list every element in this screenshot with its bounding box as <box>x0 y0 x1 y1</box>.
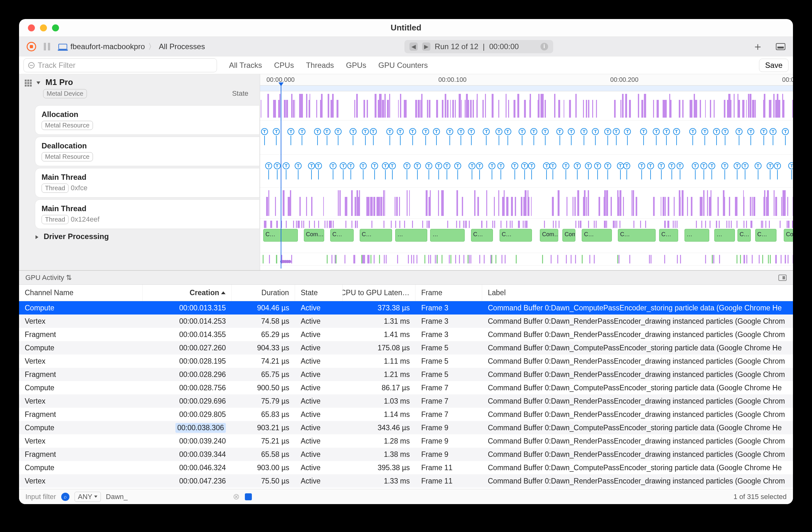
event-pin[interactable]: T <box>734 162 741 169</box>
column-header[interactable]: CPU to GPU Laten… <box>343 285 416 301</box>
event-pin[interactable]: T <box>433 128 440 135</box>
event-pin[interactable]: T <box>742 162 749 169</box>
event-pin[interactable]: T <box>638 162 645 169</box>
event-pin[interactable]: T <box>604 162 611 169</box>
track-deallocation[interactable]: Deallocation Metal Resource <box>35 137 260 166</box>
event-pin[interactable]: T <box>623 162 630 169</box>
tab-gpus[interactable]: GPUs <box>346 61 366 70</box>
event-pin[interactable]: T <box>323 128 331 135</box>
column-header[interactable]: Frame <box>416 285 482 301</box>
inspector-toggle-icon[interactable] <box>778 275 787 281</box>
table-row[interactable]: Compute 00:00.028.756 900.50 µs Active 8… <box>19 381 793 395</box>
event-pin[interactable]: T <box>504 128 511 135</box>
event-pin[interactable]: T <box>444 162 450 169</box>
table-row[interactable]: Vertex 00:00.029.696 75.79 µs Active 1.0… <box>19 395 793 408</box>
tab-cpus[interactable]: CPUs <box>274 61 294 70</box>
column-header[interactable]: Label <box>482 285 793 301</box>
event-pin[interactable]: T <box>414 162 421 169</box>
case-sensitive-toggle[interactable] <box>245 493 252 500</box>
event-pin[interactable]: T <box>530 128 537 135</box>
event-pin[interactable]: T <box>435 162 442 169</box>
playhead[interactable] <box>281 86 281 268</box>
save-button[interactable]: Save <box>759 59 788 72</box>
event-pin[interactable]: T <box>640 128 647 135</box>
playhead-band[interactable] <box>260 86 793 91</box>
detail-section-selector[interactable]: GPU Activity ⇅ <box>19 271 793 285</box>
filter-token-icon[interactable]: ⌕ <box>61 493 70 501</box>
lane-allocation[interactable]: TTTTTTTTTTTTTTTTTTTTTTTTTTTTTTTTTTTTTTTT… <box>260 120 793 155</box>
filter-value[interactable]: Dawn_ <box>106 493 128 501</box>
track-main-thread[interactable]: Main Thread Thread 0x124eef <box>35 200 260 229</box>
event-pin[interactable]: T <box>468 128 475 135</box>
table-row[interactable]: Compute 00:00.013.315 904.46 µs Active 3… <box>19 301 793 314</box>
event-pin[interactable]: T <box>713 128 720 135</box>
event-pin[interactable]: T <box>511 162 518 169</box>
event-pin[interactable]: T <box>521 162 528 169</box>
event-pin[interactable]: T <box>624 128 631 135</box>
event-pin[interactable]: T <box>315 162 322 169</box>
event-pin[interactable]: T <box>755 162 762 169</box>
lane-deallocation[interactable]: TTTTTTTTTTTTTTTTTTTTTTTTTTTTTTTTTTTTTTTT… <box>260 155 793 188</box>
event-pin[interactable]: T <box>404 162 410 169</box>
event-pin[interactable]: T <box>330 162 336 169</box>
table-row[interactable]: Fragment 00:00.014.355 65.29 µs Active 1… <box>19 328 793 341</box>
event-pin[interactable]: T <box>340 162 347 169</box>
track-allocation[interactable]: Allocation Metal Resource <box>35 105 260 135</box>
event-pin[interactable]: T <box>788 162 793 169</box>
event-pin[interactable]: T <box>592 128 599 135</box>
event-pin[interactable]: T <box>673 128 680 135</box>
event-pin[interactable]: T <box>458 128 464 135</box>
event-pin[interactable]: T <box>692 162 699 169</box>
column-header[interactable]: Channel Name <box>19 285 143 301</box>
column-header[interactable]: State <box>295 285 343 301</box>
event-pin[interactable]: T <box>519 128 525 135</box>
filter-match-mode[interactable]: ANY <box>74 492 101 502</box>
event-pin[interactable]: T <box>700 162 707 169</box>
pause-button[interactable] <box>44 43 51 50</box>
column-header[interactable]: Duration <box>232 285 295 301</box>
table-row[interactable]: Vertex 00:00.047.236 75.50 µs Active 1.3… <box>19 474 793 488</box>
event-pin[interactable]: T <box>736 128 742 135</box>
event-pin[interactable]: T <box>425 162 432 169</box>
event-pin[interactable]: T <box>594 162 601 169</box>
event-pin[interactable]: T <box>658 162 665 169</box>
event-pin[interactable]: T <box>397 128 404 135</box>
event-pin[interactable]: T <box>604 128 611 135</box>
event-pin[interactable]: T <box>574 162 581 169</box>
event-pin[interactable]: T <box>287 128 294 135</box>
event-pin[interactable]: T <box>701 128 708 135</box>
table-row[interactable]: Compute 00:00.038.306 903.21 µs Active 3… <box>19 421 793 434</box>
driver-processing-row[interactable]: Driver Processing <box>35 232 260 241</box>
event-pin[interactable]: T <box>721 162 728 169</box>
timeline[interactable]: 00:00.00000:00.10000:00.20000:00.300 TTT… <box>260 74 793 270</box>
event-pin[interactable]: T <box>386 128 393 135</box>
event-pin[interactable]: T <box>362 128 369 135</box>
add-instrument-button[interactable]: ＋ <box>752 39 763 54</box>
table-row[interactable]: Vertex 00:00.039.240 75.21 µs Active 1.2… <box>19 434 793 448</box>
event-pin[interactable]: T <box>722 128 728 135</box>
event-pin[interactable]: T <box>528 162 535 169</box>
event-pin[interactable]: T <box>689 128 696 135</box>
event-pin[interactable]: T <box>489 162 495 169</box>
table-row[interactable]: Fragment 00:00.039.344 65.58 µs Active 1… <box>19 448 793 461</box>
event-pin[interactable]: T <box>747 128 754 135</box>
event-pin[interactable]: T <box>568 128 575 135</box>
event-pin[interactable]: T <box>585 162 592 169</box>
event-pin[interactable]: T <box>360 162 367 169</box>
event-pin[interactable]: T <box>274 162 281 169</box>
event-pin[interactable]: T <box>767 162 774 169</box>
event-pin[interactable]: T <box>495 128 503 135</box>
event-pin[interactable]: T <box>562 162 569 169</box>
event-pin[interactable]: T <box>389 162 396 169</box>
event-pin[interactable]: T <box>476 162 483 169</box>
table-row[interactable]: Fragment 00:00.029.805 65.83 µs Active 1… <box>19 408 793 421</box>
event-pin[interactable]: T <box>497 162 504 169</box>
table-row[interactable]: Vertex 00:00.014.253 74.58 µs Active 1.3… <box>19 314 793 328</box>
event-pin[interactable]: T <box>468 162 476 169</box>
tab-gpu-counters[interactable]: GPU Counters <box>378 61 428 70</box>
event-pin[interactable]: T <box>308 162 315 169</box>
event-pin[interactable]: T <box>774 162 781 169</box>
event-pin[interactable]: T <box>314 128 321 135</box>
event-pin[interactable]: T <box>282 162 290 169</box>
event-pin[interactable]: T <box>782 128 789 135</box>
